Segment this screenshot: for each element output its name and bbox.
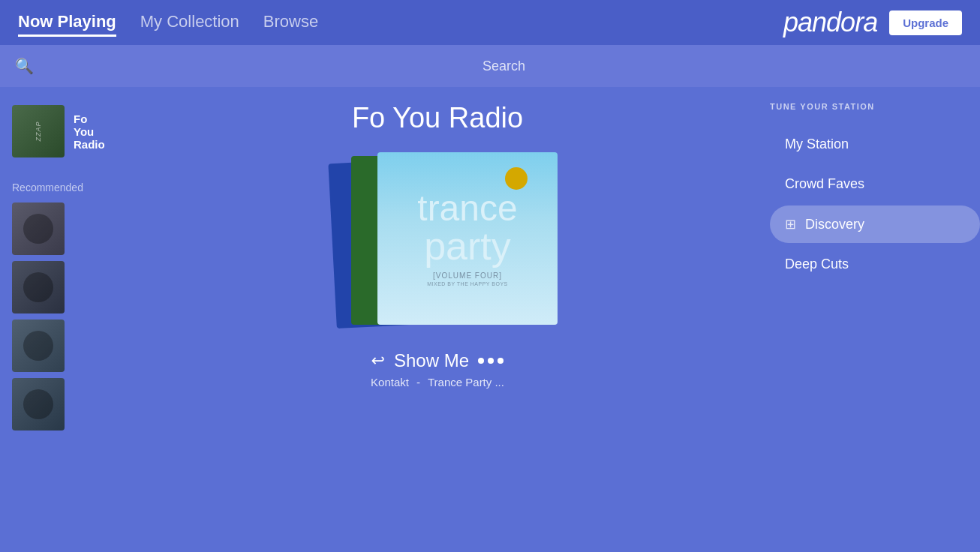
nav-bar: Now Playing My Collection Browse pandora… bbox=[0, 0, 980, 45]
discovery-label: Discovery bbox=[805, 217, 864, 232]
track-info: Kontakt - Trance Party ... bbox=[371, 376, 504, 388]
pandora-logo: pandora bbox=[783, 7, 877, 38]
recommended-label: Recommended bbox=[0, 182, 120, 194]
tune-options-list: My Station Crowd Faves ⊞ Discovery Deep … bbox=[770, 126, 980, 283]
dots-indicator bbox=[478, 358, 504, 364]
tune-option-deep-cuts[interactable]: Deep Cuts bbox=[770, 246, 980, 283]
deep-cuts-label: Deep Cuts bbox=[785, 256, 849, 272]
track-artist: Kontakt bbox=[371, 376, 409, 388]
tune-panel-title: TUNE YOUR STATION bbox=[770, 102, 980, 111]
discovery-icon: ⊞ bbox=[785, 216, 796, 232]
album-stack: trance party [VOLUME FOUR] MIXED BY THE … bbox=[332, 152, 543, 332]
search-icon: 🔍 bbox=[15, 57, 34, 75]
dot-2 bbox=[488, 358, 494, 364]
search-input[interactable] bbox=[43, 58, 965, 74]
track-separator: - bbox=[416, 376, 420, 388]
dot-1 bbox=[478, 358, 484, 364]
current-station[interactable]: ZZAP Fo You Radio bbox=[0, 99, 120, 164]
share-icon[interactable]: ↪ bbox=[371, 351, 385, 370]
main-layout: ZZAP Fo You Radio Recommended Fo You Rad… bbox=[0, 87, 980, 552]
tune-panel: TUNE YOUR STATION My Station Crowd Faves… bbox=[755, 87, 980, 552]
main-content: Fo You Radio trance party [VOLUME FOUR] … bbox=[120, 87, 755, 552]
tab-now-playing[interactable]: Now Playing bbox=[18, 9, 116, 37]
player-controls: ↪ Show Me Kontakt - Trance Party ... bbox=[371, 350, 504, 388]
album-volume-label: [VOLUME FOUR] bbox=[433, 272, 502, 280]
station-thumb-text: ZZAP bbox=[35, 121, 42, 141]
album-area: trance party [VOLUME FOUR] MIXED BY THE … bbox=[332, 152, 543, 332]
tab-my-collection[interactable]: My Collection bbox=[140, 9, 239, 37]
recommended-item-3[interactable] bbox=[12, 320, 65, 372]
dot-3 bbox=[498, 358, 504, 364]
tune-option-discovery[interactable]: ⊞ Discovery bbox=[770, 206, 980, 243]
tune-option-my-station[interactable]: My Station bbox=[770, 126, 980, 163]
album-sub-label: MIXED BY THE HAPPY BOYS bbox=[427, 281, 508, 286]
album-art[interactable]: trance party [VOLUME FOUR] MIXED BY THE … bbox=[377, 152, 558, 325]
crowd-faves-label: Crowd Faves bbox=[785, 176, 864, 192]
album-party-label: party bbox=[424, 226, 511, 266]
tab-browse[interactable]: Browse bbox=[263, 9, 318, 37]
show-me-row: ↪ Show Me bbox=[371, 350, 504, 371]
album-trance-label: trance bbox=[417, 190, 517, 226]
tune-option-crowd-faves[interactable]: Crowd Faves bbox=[770, 166, 980, 202]
nav-tabs: Now Playing My Collection Browse bbox=[18, 9, 783, 37]
sidebar: ZZAP Fo You Radio Recommended bbox=[0, 87, 120, 552]
search-bar: 🔍 bbox=[0, 45, 980, 87]
recommended-item-1[interactable] bbox=[12, 202, 65, 255]
recommended-list bbox=[0, 202, 120, 430]
my-station-label: My Station bbox=[785, 136, 849, 152]
upgrade-button[interactable]: Upgrade bbox=[889, 10, 962, 35]
show-me-label: Show Me bbox=[394, 350, 469, 371]
station-thumbnail: ZZAP bbox=[12, 105, 65, 158]
station-name: Fo You Radio bbox=[74, 112, 108, 151]
album-circle-decoration bbox=[505, 167, 528, 190]
recommended-item-2[interactable] bbox=[12, 261, 65, 314]
main-station-title: Fo You Radio bbox=[352, 102, 523, 134]
track-name: Trance Party ... bbox=[428, 376, 504, 388]
recommended-item-4[interactable] bbox=[12, 378, 65, 430]
